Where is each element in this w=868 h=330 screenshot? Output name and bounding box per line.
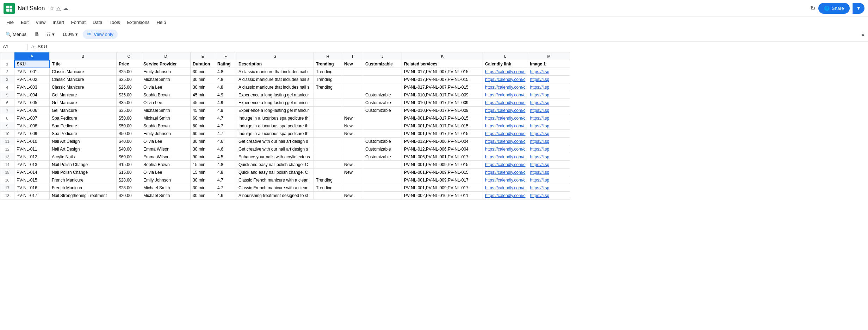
table-cell[interactable] bbox=[314, 114, 342, 122]
table-cell[interactable]: https://i.sp bbox=[528, 161, 570, 169]
collapse-icon[interactable]: ▲ bbox=[861, 32, 865, 37]
table-cell[interactable]: Classic Manicure bbox=[50, 68, 117, 76]
table-cell[interactable]: 4.7 bbox=[215, 176, 236, 184]
table-cell[interactable]: https://i.sp bbox=[528, 83, 570, 91]
col-header-a[interactable]: A bbox=[14, 52, 50, 60]
table-cell[interactable] bbox=[314, 169, 342, 176]
table-cell[interactable]: 30 min bbox=[191, 68, 215, 76]
table-cell[interactable] bbox=[342, 138, 363, 145]
table-cell[interactable]: SKU bbox=[14, 60, 50, 68]
table-cell[interactable]: Classic French manicure with a clean bbox=[236, 184, 314, 192]
row-number[interactable]: 10 bbox=[0, 130, 14, 138]
table-cell[interactable] bbox=[342, 91, 363, 99]
table-cell[interactable]: Olivia Lee bbox=[141, 99, 191, 107]
table-cell[interactable]: https://calendly.com/c bbox=[483, 114, 528, 122]
table-cell[interactable]: PV-NL-017,PV-NL-007,PV-NL-015 bbox=[402, 83, 483, 91]
table-cell[interactable] bbox=[342, 184, 363, 192]
table-cell[interactable]: 15 min bbox=[191, 161, 215, 169]
table-cell[interactable]: Experience a long-lasting gel manicur bbox=[236, 107, 314, 114]
cloud-icon[interactable]: ☁ bbox=[63, 5, 68, 12]
table-cell[interactable]: https://calendly.com/c bbox=[483, 83, 528, 91]
col-header-e[interactable]: E bbox=[191, 52, 215, 60]
table-cell[interactable]: $28.00 bbox=[117, 184, 141, 192]
table-cell[interactable] bbox=[363, 184, 402, 192]
table-cell[interactable]: PV-NL-006,PV-NL-001,PV-NL-017 bbox=[402, 153, 483, 161]
table-cell[interactable]: PV-NL-016 bbox=[14, 184, 50, 192]
table-cell[interactable]: https://i.sp bbox=[528, 122, 570, 130]
table-cell[interactable]: Michael Smith bbox=[141, 192, 191, 199]
table-cell[interactable] bbox=[363, 176, 402, 184]
table-cell[interactable]: Classic French manicure with a clean bbox=[236, 176, 314, 184]
table-cell[interactable]: 4.7 bbox=[215, 130, 236, 138]
menu-item-view[interactable]: View bbox=[33, 18, 48, 26]
table-cell[interactable]: https://calendly.com/c bbox=[483, 161, 528, 169]
table-cell[interactable]: Experience a long-lasting gel manicur bbox=[236, 99, 314, 107]
table-cell[interactable] bbox=[363, 161, 402, 169]
table-cell[interactable]: Get creative with our nail art design s bbox=[236, 138, 314, 145]
table-cell[interactable]: https://calendly.com/c bbox=[483, 107, 528, 114]
table-cell[interactable]: Michael Smith bbox=[141, 114, 191, 122]
table-cell[interactable]: https://i.sp bbox=[528, 76, 570, 83]
menu-item-format[interactable]: Format bbox=[68, 18, 88, 26]
row-number[interactable]: 18 bbox=[0, 192, 14, 199]
table-cell[interactable]: Trending bbox=[314, 68, 342, 76]
table-cell[interactable]: New bbox=[342, 60, 363, 68]
table-cell[interactable]: PV-NL-017,PV-NL-007,PV-NL-015 bbox=[402, 68, 483, 76]
table-cell[interactable]: Emily Johnson bbox=[141, 130, 191, 138]
table-cell[interactable]: 45 min bbox=[191, 91, 215, 99]
table-cell[interactable]: Customizable bbox=[363, 91, 402, 99]
menu-item-tools[interactable]: Tools bbox=[106, 18, 123, 26]
table-cell[interactable]: Trending bbox=[314, 76, 342, 83]
table-cell[interactable]: $28.00 bbox=[117, 176, 141, 184]
table-cell[interactable]: Emily Johnson bbox=[141, 68, 191, 76]
table-cell[interactable]: Customizable bbox=[363, 138, 402, 145]
table-cell[interactable]: https://calendly.com/c bbox=[483, 68, 528, 76]
table-cell[interactable]: Calendly link bbox=[483, 60, 528, 68]
print-button[interactable]: 🖶 bbox=[31, 30, 42, 38]
table-cell[interactable]: Spa Pedicure bbox=[50, 130, 117, 138]
table-cell[interactable]: Olivia Lee bbox=[141, 83, 191, 91]
col-header-j[interactable]: J bbox=[363, 52, 402, 60]
table-cell[interactable]: PV-NL-008 bbox=[14, 122, 50, 130]
doc-title[interactable]: Nail Salon bbox=[18, 5, 45, 12]
table-cell[interactable]: Michael Smith bbox=[141, 76, 191, 83]
row-number[interactable]: 8 bbox=[0, 114, 14, 122]
table-cell[interactable]: Trending bbox=[314, 184, 342, 192]
menu-item-help[interactable]: Help bbox=[154, 18, 169, 26]
table-cell[interactable]: PV-NL-001,PV-NL-009,PV-NL-017 bbox=[402, 184, 483, 192]
table-cell[interactable]: 4.7 bbox=[215, 114, 236, 122]
menu-item-insert[interactable]: Insert bbox=[50, 18, 67, 26]
table-cell[interactable]: PV-NL-011 bbox=[14, 145, 50, 153]
table-cell[interactable]: PV-NL-001,PV-NL-009,PV-NL-015 bbox=[402, 169, 483, 176]
table-cell[interactable]: Trending bbox=[314, 60, 342, 68]
table-cell[interactable]: Gel Manicure bbox=[50, 91, 117, 99]
table-cell[interactable] bbox=[363, 130, 402, 138]
table-cell[interactable]: PV-NL-013 bbox=[14, 161, 50, 169]
table-cell[interactable]: 4.6 bbox=[215, 192, 236, 199]
table-cell[interactable]: Classic Manicure bbox=[50, 76, 117, 83]
table-cell[interactable] bbox=[314, 107, 342, 114]
table-cell[interactable]: Nail Polish Change bbox=[50, 169, 117, 176]
table-cell[interactable]: $60.00 bbox=[117, 153, 141, 161]
table-cell[interactable]: Title bbox=[50, 60, 117, 68]
table-cell[interactable]: Olivia Lee bbox=[141, 169, 191, 176]
table-cell[interactable]: https://calendly.com/c bbox=[483, 138, 528, 145]
table-cell[interactable]: https://calendly.com/c bbox=[483, 122, 528, 130]
table-cell[interactable]: https://i.sp bbox=[528, 145, 570, 153]
table-cell[interactable]: Gel Manicure bbox=[50, 107, 117, 114]
table-cell[interactable] bbox=[314, 138, 342, 145]
table-cell[interactable]: Sophia Brown bbox=[141, 122, 191, 130]
table-cell[interactable]: Quick and easy nail polish change. C bbox=[236, 169, 314, 176]
table-cell[interactable]: French Manicure bbox=[50, 184, 117, 192]
table-cell[interactable]: 60 min bbox=[191, 114, 215, 122]
row-number[interactable]: 12 bbox=[0, 145, 14, 153]
table-cell[interactable]: New bbox=[342, 114, 363, 122]
table-cell[interactable] bbox=[342, 176, 363, 184]
table-cell[interactable]: New bbox=[342, 169, 363, 176]
row-number[interactable]: 7 bbox=[0, 107, 14, 114]
table-cell[interactable]: https://i.sp bbox=[528, 138, 570, 145]
menu-item-edit[interactable]: Edit bbox=[18, 18, 31, 26]
table-cell[interactable]: Quick and easy nail polish change. C bbox=[236, 161, 314, 169]
table-cell[interactable]: 4.8 bbox=[215, 76, 236, 83]
table-cell[interactable]: PV-NL-010 bbox=[14, 138, 50, 145]
